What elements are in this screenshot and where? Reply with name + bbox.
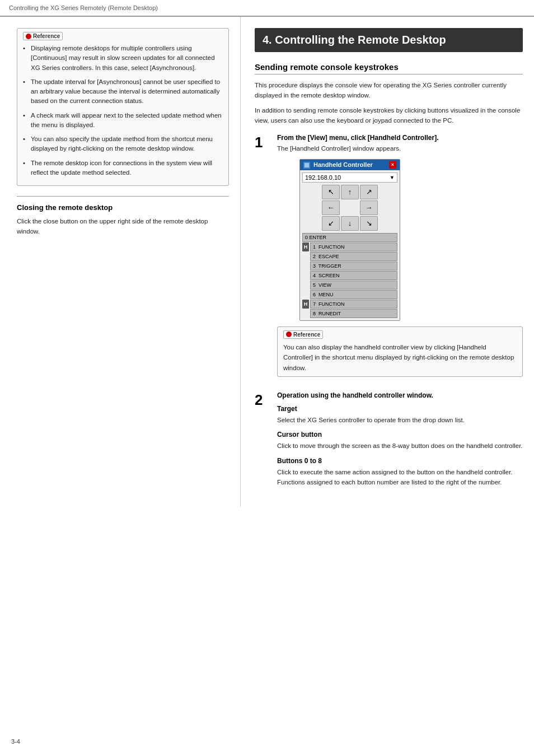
- hh-btn-2[interactable]: 2 ESCAPE: [310, 252, 397, 261]
- section1-body2: In addition to sending remote console ke…: [255, 105, 523, 126]
- hh-row-4: 4 SCREEN: [302, 271, 397, 280]
- page-number: 3-4: [11, 738, 20, 745]
- hh-btn-upleft[interactable]: ↖: [322, 185, 340, 199]
- left-column: Reference Displaying remote desktops for…: [0, 17, 241, 507]
- reference-label-2: Reference: [283, 330, 323, 339]
- hh-row-6: 6 MENU: [302, 290, 397, 299]
- hh-btn-5[interactable]: 5 VIEW: [310, 281, 397, 290]
- right-column: 4. Controlling the Remote Desktop Sendin…: [241, 17, 534, 507]
- target-body: Select the XG Series controller to opera…: [277, 415, 523, 425]
- hh-btn-3[interactable]: 3 TRIGGER: [310, 262, 397, 270]
- step2-content: Operation using the handheld controller …: [277, 391, 523, 488]
- hh-h-label1: H: [302, 242, 309, 251]
- hh-btn-center-empty: [341, 200, 359, 215]
- section-divider: [17, 196, 229, 197]
- step1-container: 1 From the [View] menu, click [Handheld …: [255, 134, 523, 384]
- hh-titlebar: Handheld Controller ×: [300, 160, 400, 170]
- buttons-heading: Buttons 0 to 8: [277, 457, 523, 465]
- list-item: A check mark will appear next to the sel…: [23, 111, 223, 130]
- hh-row-h2: H 7 FUNCTION: [302, 300, 397, 309]
- target-heading: Target: [277, 405, 523, 413]
- hh-btn-downright[interactable]: ↘: [360, 216, 378, 231]
- section1-heading: Sending remote console keystrokes: [255, 62, 523, 74]
- hh-btn-upright[interactable]: ↗: [360, 185, 378, 199]
- svg-rect-1: [305, 163, 309, 167]
- closing-section-heading: Closing the remote desktop: [17, 203, 229, 212]
- hh-close-button[interactable]: ×: [389, 161, 396, 169]
- hh-btn-6[interactable]: 6 MENU: [310, 290, 397, 299]
- list-item: You can also specify the update method f…: [23, 134, 223, 154]
- hh-btn-left[interactable]: ←: [322, 200, 340, 215]
- hh-btn-4[interactable]: 4 SCREEN: [310, 271, 397, 280]
- list-item: Displaying remote desktops for multiple …: [23, 44, 223, 73]
- reference-icon-2: [286, 332, 292, 337]
- hh-btn-downleft[interactable]: ↙: [322, 216, 340, 231]
- reference-box-top: Reference Displaying remote desktops for…: [17, 28, 229, 186]
- reference2-body: You can also display the handheld contro…: [283, 342, 517, 373]
- reference-box-2: Reference You can also display the handh…: [277, 326, 523, 377]
- list-item: The update interval for [Asynchronous] c…: [23, 77, 223, 106]
- hh-row-5: 5 VIEW: [302, 281, 397, 290]
- hh-window-title: Handheld Controller: [303, 161, 373, 169]
- section1-body1: This procedure displays the console view…: [255, 80, 523, 101]
- hh-row-8: 8 RUNEDIT: [302, 309, 397, 318]
- hh-row-2: 2 ESCAPE: [302, 252, 397, 261]
- hh-btn-8[interactable]: 8 RUNEDIT: [310, 309, 397, 318]
- step2-title: Operation using the handheld controller …: [277, 391, 523, 399]
- header-title: Controlling the XG Series Remotely (Remo…: [9, 4, 158, 11]
- page-header: Controlling the XG Series Remotely (Remo…: [0, 0, 534, 17]
- cursor-body: Click to move through the screen as the …: [277, 441, 523, 451]
- hh-dropdown[interactable]: 192.168.0.10 ▼: [302, 172, 397, 183]
- buttons-body: Click to execute the same action assigne…: [277, 467, 523, 488]
- list-item: The remote desktop icon for connections …: [23, 158, 223, 178]
- reference-label-top: Reference: [23, 32, 63, 40]
- chapter-heading: 4. Controlling the Remote Desktop: [255, 28, 523, 52]
- hh-btn-right[interactable]: →: [360, 200, 378, 215]
- hh-h-label2: H: [302, 300, 309, 309]
- hh-btn-down[interactable]: ↓: [341, 216, 359, 231]
- hh-dropdown-value: 192.168.0.10: [305, 174, 341, 181]
- reference-icon: [26, 34, 31, 39]
- reference-bullet-list: Displaying remote desktops for multiple …: [23, 44, 223, 178]
- hh-window-icon: [303, 162, 310, 169]
- hh-btn-1[interactable]: 1 FUNCTION: [310, 242, 397, 251]
- cursor-heading: Cursor button: [277, 431, 523, 438]
- hh-dpad: ↖ ↑ ↗ ← → ↙ ↓ ↘: [322, 185, 378, 231]
- step2-number: 2: [255, 391, 271, 488]
- hh-row-3: 3 TRIGGER: [302, 262, 397, 270]
- step1-number: 1: [255, 134, 271, 384]
- step1-title: From the [View] menu, click [Handheld Co…: [277, 134, 523, 142]
- handheld-controller-window: Handheld Controller × 192.168.0.10 ▼ ↖ ↑…: [299, 159, 400, 321]
- hh-row-h1: H 1 FUNCTION: [302, 242, 397, 251]
- hh-btn-up[interactable]: ↑: [341, 185, 359, 199]
- step2-container: 2 Operation using the handheld controlle…: [255, 391, 523, 488]
- hh-btn-7[interactable]: 7 FUNCTION: [310, 300, 397, 309]
- step1-body: The [Handheld Controller] window appears…: [277, 144, 523, 153]
- chevron-down-icon: ▼: [390, 175, 395, 180]
- hh-enter-row[interactable]: 0 ENTER: [302, 233, 397, 242]
- closing-section-body: Click the close button on the upper righ…: [17, 216, 229, 237]
- step1-content: From the [View] menu, click [Handheld Co…: [277, 134, 523, 384]
